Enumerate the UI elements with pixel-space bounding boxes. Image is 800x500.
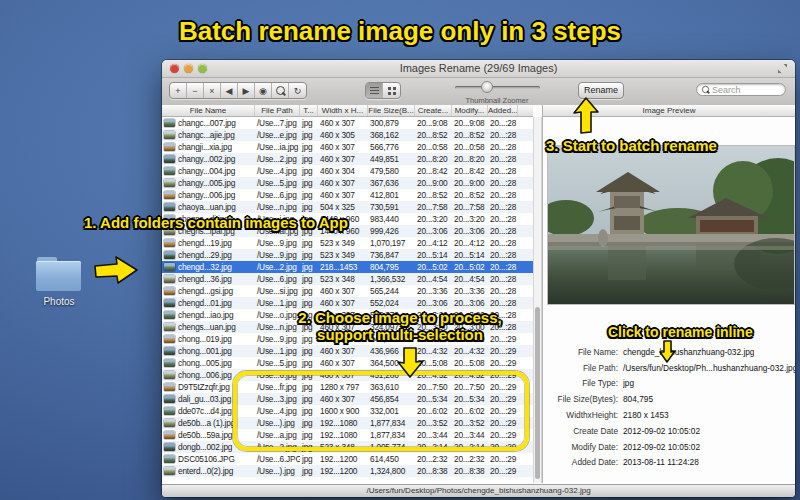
- cell: 20...0:58: [415, 141, 452, 153]
- metadata-value[interactable]: 2180 x 1453: [623, 410, 669, 420]
- column-header[interactable]: Added...: [488, 105, 518, 116]
- metadata-row[interactable]: File Name:chengde_bishushanzhuang-032.jp…: [543, 344, 795, 360]
- cell: jpg: [300, 237, 318, 249]
- metadata-row[interactable]: Added Date:2013-08-11 11:24:28: [543, 455, 795, 471]
- cell: jpg: [300, 357, 318, 369]
- cell: 20...4:32: [415, 345, 452, 357]
- remove-button[interactable]: −: [187, 83, 204, 98]
- search-input[interactable]: [712, 85, 776, 95]
- table-row[interactable]: chengd...gsi.jpg/Use...si.jpgjpg460 x 30…: [162, 285, 533, 297]
- metadata-value[interactable]: 2012-09-02 10:05:02: [623, 442, 700, 452]
- metadata-row[interactable]: File Size(Bytes):804,795: [543, 391, 795, 407]
- preview-button[interactable]: ◉: [255, 83, 272, 98]
- metadata-value[interactable]: 2013-08-11 11:24:28: [623, 457, 699, 467]
- table-row[interactable]: chengd...29.jpg/Use...9.jpgjpg523 x 3497…: [162, 249, 533, 261]
- thumbnail-icon: [164, 203, 175, 211]
- cell: 20...:28: [488, 213, 518, 225]
- cell: /Use...7.jpg: [255, 117, 300, 129]
- column-header[interactable]: File Path: [255, 105, 300, 116]
- vertical-scrollbar[interactable]: [533, 117, 542, 483]
- metadata-label: File Type:: [543, 378, 618, 388]
- table-header: File NameFile PathT...Width x H...File S…: [162, 105, 533, 117]
- table-row[interactable]: chong...005.jpg/Use...5.jpgjpg460 x 3073…: [162, 357, 533, 369]
- cell: 523 x 348: [318, 273, 368, 285]
- table-row[interactable]: chong...001.jpg/Use...1.jpgjpg460 x 3074…: [162, 345, 533, 357]
- table-row[interactable]: enterd...0(2).jpg/Use...).jpgjpg192...12…: [162, 465, 533, 477]
- add-button[interactable]: +: [170, 83, 187, 98]
- table-row[interactable]: chaoya...uan.jpg/Use...n.jpgjpg504 x 325…: [162, 201, 533, 213]
- cell: 20...3:20: [452, 213, 488, 225]
- table-row[interactable]: changy...006.jpg/Use...6.jpgjpg460 x 307…: [162, 189, 533, 201]
- metadata-value[interactable]: /Users/fun/Desktop/Ph...hushanzhuang-032…: [623, 363, 795, 373]
- cell: jpg: [300, 261, 318, 273]
- cell: 460 x 307: [318, 345, 368, 357]
- table-row[interactable]: changy...004.jpg/Use...4.jpgjpg460 x 304…: [162, 165, 533, 177]
- table-row[interactable]: changy...002.jpg/Use...2.jpgjpg460 x 307…: [162, 153, 533, 165]
- cell: 460 x 305: [318, 129, 368, 141]
- search-field[interactable]: [696, 83, 786, 96]
- metadata-value[interactable]: chengde_bishushanzhuang-032.jpg: [623, 347, 754, 357]
- cell: 20...:28: [488, 261, 518, 273]
- table-row[interactable]: chengd...19.jpg/Use...9.jpgjpg523 x 3491…: [162, 237, 533, 249]
- thumbnail-icon: [164, 383, 175, 391]
- table-row[interactable]: chengd...36.jpg/Use...6.jpgjpg523 x 3481…: [162, 273, 533, 285]
- metadata-row[interactable]: File Type:jpg: [543, 376, 795, 392]
- rename-button[interactable]: Rename: [578, 82, 624, 99]
- cell: /Use...1.jpg: [255, 345, 300, 357]
- metadata-row[interactable]: WidthxHeight:2180 x 1453: [543, 407, 795, 423]
- metadata-row[interactable]: File Path:/Users/fun/Desktop/Ph...hushan…: [543, 360, 795, 376]
- cell: /Use...2.jpg: [255, 153, 300, 165]
- cell: 20...7:58: [452, 201, 488, 213]
- grid-view-button[interactable]: [383, 83, 400, 98]
- list-view-button[interactable]: [366, 83, 383, 98]
- column-header[interactable]: Width x H...: [318, 105, 368, 116]
- cell: 192...1200: [318, 453, 368, 465]
- table-row[interactable]: changji...xia.jpg/Use...ia.jpgjpg460 x 3…: [162, 141, 533, 153]
- delete-button[interactable]: ×: [204, 83, 221, 98]
- cell: jpg: [300, 297, 318, 309]
- column-header[interactable]: File Size(B...: [368, 105, 415, 116]
- cell: 460 x 307: [318, 177, 368, 189]
- cell: 983,440: [368, 213, 415, 225]
- slider-knob[interactable]: [481, 81, 493, 93]
- file-name-cell: changji...xia.jpg: [162, 141, 255, 153]
- arrow-right-icon: [95, 257, 137, 283]
- table-row[interactable]: changy...005.jpg/Use...5.jpgjpg460 x 307…: [162, 177, 533, 189]
- table-row[interactable]: DSC05106.JPG/Use...6.JPGjpg192...1200614…: [162, 453, 533, 465]
- file-name-cell: chaoya...uan.jpg: [162, 201, 255, 213]
- title-bar[interactable]: Images Rename (29/69 Images): [162, 60, 795, 78]
- column-header[interactable]: Create...: [415, 105, 452, 116]
- column-header[interactable]: T...: [300, 105, 318, 116]
- cell: 20...:29: [488, 465, 518, 477]
- fullscreen-icon[interactable]: [777, 63, 788, 74]
- column-header[interactable]: Modify...: [452, 105, 488, 116]
- cell: /Use...5.jpg: [255, 177, 300, 189]
- refresh-button[interactable]: ↻: [289, 83, 306, 98]
- cell: jpg: [300, 117, 318, 129]
- thumbnail-icon: [164, 287, 175, 295]
- metadata-value[interactable]: jpg: [623, 378, 634, 388]
- cell: 20...9:00: [452, 177, 488, 189]
- photos-folder[interactable]: Photos: [36, 256, 82, 304]
- metadata-value[interactable]: 2012-09-02 10:05:02: [623, 426, 700, 436]
- table-row[interactable]: chengd...01.jpg/Use...1.jpgjpg460 x 3075…: [162, 297, 533, 309]
- file-name-cell: chengd...29.jpg: [162, 249, 255, 261]
- table-row[interactable]: chengd...32.jpg/Use...2.jpgjpg218...1453…: [162, 261, 533, 273]
- metadata-label: File Size(Bytes):: [543, 394, 618, 404]
- search-icon: [702, 86, 709, 93]
- next-button[interactable]: ▶: [238, 83, 255, 98]
- cell: jpg: [300, 129, 318, 141]
- search-button[interactable]: [272, 83, 289, 98]
- table-row[interactable]: changc...007.jpg/Use...7.jpgjpg460 x 307…: [162, 117, 533, 129]
- metadata-row[interactable]: Modify Date:2012-09-02 10:05:02: [543, 439, 795, 455]
- table-row[interactable]: changc...ajie.jpg/Use...e.jpgjpg460 x 30…: [162, 129, 533, 141]
- annotation-step2: 2. Choose image to process, support mult…: [298, 309, 501, 343]
- scrollbar-thumb[interactable]: [535, 307, 540, 479]
- thumbnail-zoom-slider[interactable]: [455, 86, 540, 89]
- metadata-value[interactable]: 804,795: [623, 394, 653, 404]
- previous-button[interactable]: ◀: [221, 83, 238, 98]
- column-header[interactable]: File Name: [162, 105, 255, 116]
- cell: /Use...9.jpg: [255, 237, 300, 249]
- cell: /Use...1.jpg: [255, 297, 300, 309]
- metadata-row[interactable]: Create Date2012-09-02 10:05:02: [543, 423, 795, 439]
